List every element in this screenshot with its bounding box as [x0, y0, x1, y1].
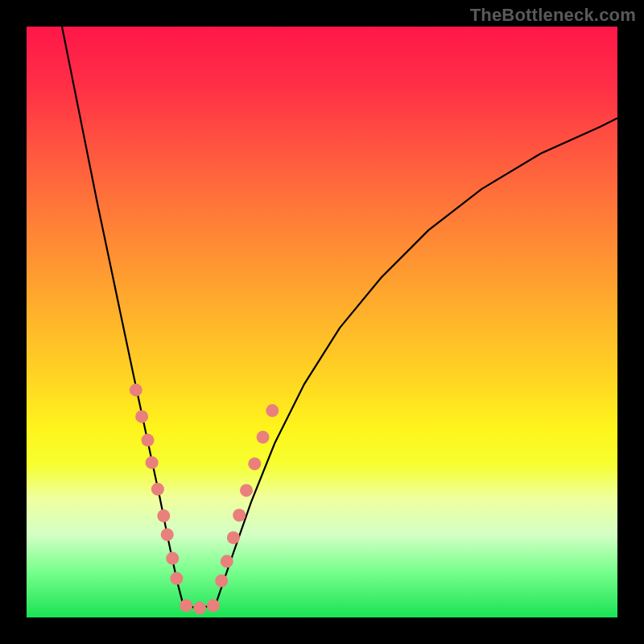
dot-group	[130, 383, 279, 614]
curve-group	[62, 27, 617, 609]
data-dot	[157, 510, 170, 522]
data-dot	[146, 456, 159, 469]
watermark-text: TheBottleneck.com	[470, 5, 636, 26]
curve-right-branch	[216, 118, 617, 605]
data-dot	[257, 431, 270, 444]
data-dot	[135, 410, 148, 423]
data-dot	[151, 483, 164, 496]
chart-svg	[27, 27, 617, 617]
data-dot	[170, 572, 183, 585]
data-dot	[130, 383, 142, 396]
data-dot	[240, 484, 253, 497]
data-dot	[227, 531, 240, 544]
data-dot	[233, 509, 246, 522]
data-dot	[180, 599, 192, 612]
outer-frame: TheBottleneck.com	[0, 0, 644, 644]
data-dot	[215, 575, 228, 588]
data-dot	[142, 434, 155, 447]
data-dot	[193, 601, 206, 614]
data-dot	[248, 457, 261, 470]
data-dot	[161, 528, 174, 541]
data-dot	[166, 552, 179, 565]
data-dot	[266, 404, 279, 417]
data-dot	[221, 555, 233, 568]
data-dot	[207, 599, 220, 612]
